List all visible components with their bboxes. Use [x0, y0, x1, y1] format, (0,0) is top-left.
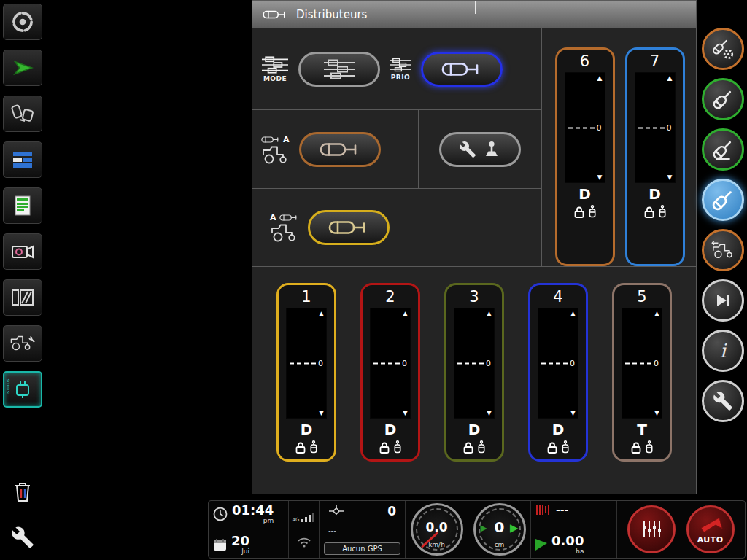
hydraulic-timing-button[interactable]	[702, 78, 744, 120]
tractor-arrow-icon	[710, 239, 736, 261]
info-button[interactable]: i	[702, 330, 744, 372]
offset-gauge[interactable]: ▶ 0 ▶ cm	[473, 503, 526, 556]
area-panel[interactable]: --- 0.00 ha	[531, 501, 617, 558]
valve-settings-button[interactable]	[702, 28, 744, 70]
date-stack: 20 Jui	[231, 534, 249, 555]
cylinder-gear-icon	[711, 37, 735, 61]
mode-distributors-button[interactable]	[298, 52, 380, 87]
service-wrench-button[interactable]	[3, 519, 42, 556]
up-arrow-icon: ▲	[654, 310, 659, 317]
next-page-button[interactable]	[702, 279, 744, 322]
speed-unit: km/h	[413, 541, 461, 548]
gps-panel[interactable]: 0 --- Aucun GPS	[320, 501, 406, 558]
area-counter-icon	[11, 288, 34, 307]
valve-3-card[interactable]: 3 ▲ 0 ▼ D	[444, 283, 504, 462]
distributor-stack-icon	[261, 56, 289, 74]
network-panel[interactable]: 4G	[289, 501, 320, 558]
left-sidebar: ISOBUS	[0, 0, 45, 560]
tractor-icon	[270, 223, 299, 242]
zero-label: 0	[402, 359, 407, 368]
trash-button[interactable]	[3, 473, 42, 510]
valve-gauge: ▲ 0 ▼	[370, 308, 411, 419]
valve-number: 4	[553, 287, 562, 306]
valve-setup-button[interactable]	[439, 132, 521, 167]
lock-icon	[574, 206, 584, 218]
satellite-icon	[328, 505, 344, 518]
valve-number: 3	[469, 287, 479, 306]
layout-button[interactable]	[3, 141, 42, 178]
zero-line: 0	[374, 359, 407, 368]
zero-label: 0	[654, 359, 659, 368]
distributors-button[interactable]	[702, 179, 744, 221]
aux-rear-cylinder-button[interactable]	[308, 210, 390, 245]
datetime-panel[interactable]: 01:44 pm 20 Jui	[209, 501, 289, 558]
offset-cell: ▶ 0 ▶ cm	[468, 501, 531, 558]
dash-line	[541, 362, 568, 364]
hydraulic-flow-button[interactable]	[702, 128, 744, 171]
valve-1-card[interactable]: 1 ▲ 0 ▼ D	[276, 283, 336, 462]
distributor-stack-icon	[323, 59, 355, 79]
machine-settings-button[interactable]	[3, 325, 42, 362]
settings-button[interactable]	[702, 380, 744, 422]
up-arrow-icon: ▲	[570, 310, 576, 317]
speedometer[interactable]: 0.0 km/h	[411, 503, 463, 556]
aux-a-label: A	[270, 213, 276, 222]
cell-signal: 4G	[293, 511, 316, 523]
hydraulic-cylinder-icon	[263, 9, 287, 20]
float-cylinder-icon	[589, 205, 596, 218]
lock-icon	[631, 442, 641, 454]
valve-gauge: ▲ 0 ▼	[538, 308, 578, 419]
valve-mode-label: D	[384, 420, 397, 439]
hydraulic-cylinder-icon	[441, 61, 482, 77]
up-arrow-icon: ▲	[667, 74, 673, 82]
brand-logo-button[interactable]	[3, 4, 42, 40]
valve-6-card[interactable]: 6 ▲ 0 ▼ D	[555, 47, 615, 266]
valve-gauge: ▲ 0 ▼	[454, 308, 495, 419]
valve-mode-label: D	[468, 420, 481, 439]
prio-icon-group: PRIO	[390, 58, 411, 81]
camera-button[interactable]	[3, 233, 42, 270]
wrench-icon	[713, 391, 733, 411]
aux-front-cylinder-button[interactable]	[299, 132, 381, 167]
devices-button[interactable]	[3, 96, 42, 132]
rear-hitch-button[interactable]	[702, 229, 744, 271]
mode-cylinder-button[interactable]	[421, 52, 503, 87]
mode-icon-group: MODE	[261, 56, 289, 82]
tools-section	[419, 110, 542, 189]
wrench-icon	[11, 526, 34, 549]
valve-7-card[interactable]: 7 ▲ 0 ▼ D	[625, 47, 685, 266]
dash-line	[638, 127, 665, 128]
camera-icon	[11, 242, 34, 261]
valve-number: 7	[650, 52, 659, 71]
auto-button[interactable]: AUTO	[686, 505, 735, 553]
counters-button[interactable]	[3, 279, 42, 316]
zero-line: 0	[568, 124, 602, 132]
guidance-button[interactable]	[3, 50, 42, 86]
isobus-button[interactable]: ISOBUS	[3, 371, 42, 408]
zero-label: 0	[486, 359, 491, 368]
dash-line	[290, 362, 316, 364]
up-arrow-icon: ▲	[487, 310, 492, 317]
up-arrow-icon: ▲	[597, 74, 603, 82]
lock-icon	[295, 442, 306, 454]
wifi-icon	[297, 537, 311, 548]
valve-5-card[interactable]: 5 ▲ 0 ▼ T	[612, 283, 672, 462]
valve-status-icons	[644, 205, 666, 218]
mode-section: MODE PRIO	[252, 28, 542, 110]
valves-67-section: 6 ▲ 0 ▼ D 7	[542, 28, 697, 267]
tractor-icon	[261, 145, 290, 164]
report-document-icon	[13, 195, 32, 217]
valve-4-card[interactable]: 4 ▲ 0 ▼ D	[528, 283, 588, 462]
down-arrow-icon: ▼	[319, 409, 324, 416]
float-cylinder-icon	[310, 440, 317, 454]
zero-label: 0	[667, 124, 672, 132]
prio-label: PRIO	[391, 74, 411, 81]
valve-2-card[interactable]: 2 ▲ 0 ▼ D	[360, 283, 420, 462]
area-stack: 0.00 ha	[551, 534, 584, 555]
area-value: 0.00	[551, 534, 584, 548]
lock-icon	[463, 442, 473, 454]
hydraulics-quick-button[interactable]	[627, 505, 676, 553]
valve-status-icons	[295, 440, 317, 454]
report-button[interactable]	[3, 187, 42, 224]
terminal-screen: ISOBUS	[0, 0, 747, 560]
